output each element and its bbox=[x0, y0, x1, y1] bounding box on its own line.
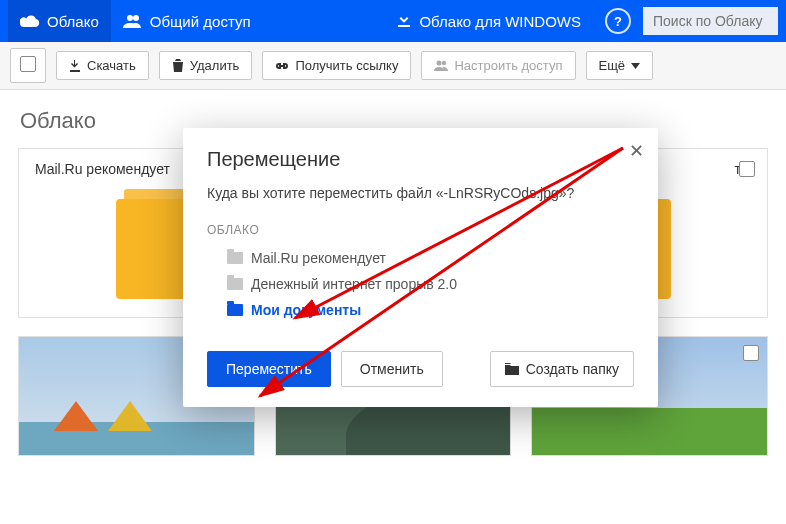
download-arrow-icon bbox=[69, 60, 81, 72]
svg-point-1 bbox=[133, 15, 139, 21]
thumb-checkbox[interactable] bbox=[743, 345, 759, 364]
tree-item-label: Мои документы bbox=[251, 302, 361, 318]
folder-small-icon bbox=[227, 252, 243, 264]
dialog-title: Перемещение bbox=[207, 148, 634, 171]
tree-item-label: Mail.Ru рекомендует bbox=[251, 250, 386, 266]
nav-cloud-label: Облако bbox=[47, 13, 99, 30]
more-button[interactable]: Ещё bbox=[586, 51, 654, 80]
nav-shared[interactable]: Общий доступ bbox=[111, 0, 263, 42]
svg-point-2 bbox=[437, 61, 442, 66]
select-all-checkbox[interactable] bbox=[10, 48, 46, 83]
nav-windows-label: Облако для WINDOWS bbox=[419, 13, 581, 30]
tree-header: ОБЛАКО bbox=[207, 223, 634, 237]
get-link-label: Получить ссылку bbox=[295, 58, 398, 73]
tree-item[interactable]: Mail.Ru рекомендует bbox=[207, 245, 634, 271]
people-icon bbox=[123, 14, 143, 28]
configure-access-button[interactable]: Настроить доступ bbox=[421, 51, 575, 80]
tree-item-selected[interactable]: Мои документы bbox=[207, 297, 634, 323]
move-button[interactable]: Переместить bbox=[207, 351, 331, 387]
nav-windows[interactable]: Облако для WINDOWS bbox=[384, 0, 593, 42]
folder-plus-icon bbox=[505, 363, 519, 375]
get-link-button[interactable]: Получить ссылку bbox=[262, 51, 411, 80]
folder-tree: Mail.Ru рекомендует Денежный интернет пр… bbox=[207, 245, 634, 323]
chevron-down-icon bbox=[631, 63, 640, 69]
download-label: Скачать bbox=[87, 58, 136, 73]
cloud-icon bbox=[20, 14, 40, 28]
configure-access-label: Настроить доступ bbox=[454, 58, 562, 73]
folder-small-icon bbox=[227, 278, 243, 290]
tree-item[interactable]: Денежный интернет прорыв 2.0 bbox=[207, 271, 634, 297]
svg-point-3 bbox=[442, 61, 446, 65]
link-icon bbox=[275, 60, 289, 72]
folder-checkbox[interactable] bbox=[739, 161, 755, 180]
delete-button[interactable]: Удалить bbox=[159, 51, 253, 80]
people-small-icon bbox=[434, 60, 448, 71]
download-button[interactable]: Скачать bbox=[56, 51, 149, 80]
folder-small-icon bbox=[227, 304, 243, 316]
new-folder-button[interactable]: Создать папку bbox=[490, 351, 634, 387]
cancel-button[interactable]: Отменить bbox=[341, 351, 443, 387]
nav-cloud[interactable]: Облако bbox=[8, 0, 111, 42]
tree-item-label: Денежный интернет прорыв 2.0 bbox=[251, 276, 457, 292]
search-input[interactable] bbox=[643, 7, 778, 35]
download-icon bbox=[396, 13, 412, 29]
dialog-question: Куда вы хотите переместить файл «-LnRSRy… bbox=[207, 185, 634, 201]
dialog-footer: Переместить Отменить Создать папку bbox=[207, 351, 634, 387]
trash-icon bbox=[172, 59, 184, 72]
svg-point-0 bbox=[127, 15, 133, 21]
move-dialog: ✕ Перемещение Куда вы хотите переместить… bbox=[183, 128, 658, 407]
topbar: Облако Общий доступ Облако для WINDOWS ? bbox=[0, 0, 786, 42]
nav-shared-label: Общий доступ bbox=[150, 13, 251, 30]
toolbar: Скачать Удалить Получить ссылку Настроит… bbox=[0, 42, 786, 90]
dialog-close-button[interactable]: ✕ bbox=[629, 140, 644, 162]
help-button[interactable]: ? bbox=[605, 8, 631, 34]
more-label: Ещё bbox=[599, 58, 626, 73]
delete-label: Удалить bbox=[190, 58, 240, 73]
